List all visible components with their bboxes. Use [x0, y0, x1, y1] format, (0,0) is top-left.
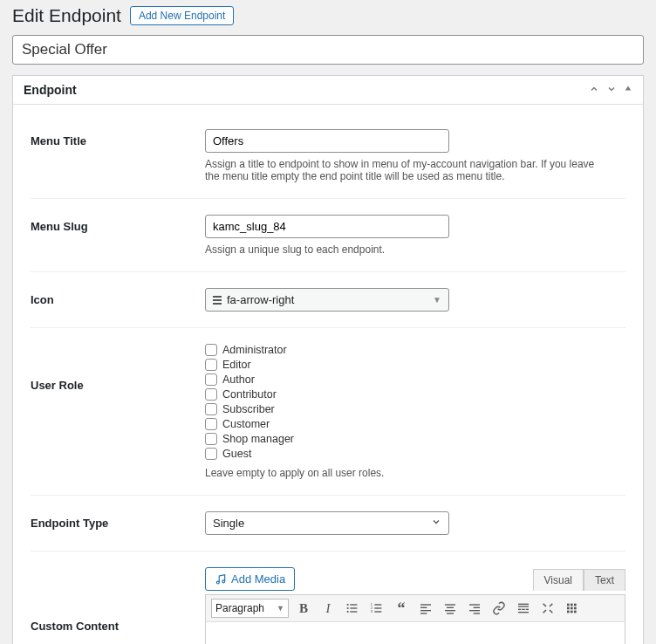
bullet-list-icon[interactable]: [343, 599, 362, 618]
checkbox-icon[interactable]: [205, 403, 217, 415]
editor-toolbar: Paragraph ▼ B I 123 “: [205, 594, 625, 622]
role-guest[interactable]: Guest: [205, 448, 625, 460]
chevron-up-icon[interactable]: [589, 84, 599, 96]
svg-line-36: [550, 610, 552, 613]
svg-rect-24: [474, 607, 480, 608]
add-media-button[interactable]: Add Media: [205, 567, 295, 591]
svg-rect-26: [474, 613, 480, 613]
user-role-help: Leave empty to apply on all user roles.: [205, 467, 606, 479]
endpoint-panel: Endpoint Menu Title Assign a title: [12, 75, 644, 644]
editor-body[interactable]: Congratulations! You are eligible for th…: [205, 622, 625, 644]
link-icon[interactable]: [489, 599, 509, 618]
svg-rect-9: [374, 604, 381, 605]
svg-rect-37: [567, 604, 570, 606]
icon-select[interactable]: fa-arrow-right ▼: [205, 288, 449, 312]
bars-icon: [213, 296, 222, 305]
menu-slug-input[interactable]: [205, 215, 449, 238]
panel-title: Endpoint: [24, 83, 77, 97]
svg-line-34: [550, 604, 552, 606]
post-title-input[interactable]: [12, 35, 644, 65]
checkbox-icon[interactable]: [205, 433, 217, 445]
svg-rect-39: [574, 604, 577, 606]
toolbar-toggle-icon[interactable]: [563, 599, 582, 618]
align-right-icon[interactable]: [465, 599, 484, 618]
svg-rect-43: [567, 611, 570, 613]
user-role-list: Administrator Editor Author Contributor …: [205, 344, 625, 460]
field-user-role: User Role Administrator Editor Author Co…: [31, 327, 625, 495]
page-title: Edit Endpoint: [12, 5, 121, 26]
panel-controls: [589, 84, 632, 96]
menu-title-help: Assign a title to endpoint to show in me…: [205, 158, 606, 182]
svg-line-35: [543, 610, 546, 613]
menu-slug-help: Assign a unique slug to each endpoint.: [205, 243, 606, 256]
svg-text:3: 3: [371, 609, 373, 613]
svg-rect-42: [574, 607, 577, 610]
field-custom-content: Custom Content Add Media Visual Text: [31, 551, 625, 644]
svg-rect-18: [420, 613, 427, 613]
endpoint-type-value: Single: [213, 517, 244, 530]
tab-text[interactable]: Text: [584, 569, 625, 591]
svg-rect-6: [350, 607, 357, 608]
role-administrator[interactable]: Administrator: [205, 344, 625, 356]
endpoint-type-select[interactable]: Single: [205, 511, 449, 535]
add-new-endpoint-button[interactable]: Add New Endpoint: [130, 6, 234, 25]
role-editor[interactable]: Editor: [205, 359, 625, 371]
svg-rect-10: [374, 607, 381, 608]
svg-rect-16: [420, 607, 427, 608]
svg-rect-28: [518, 606, 529, 606]
quote-icon[interactable]: “: [392, 599, 411, 618]
role-author[interactable]: Author: [205, 373, 625, 386]
svg-point-7: [347, 611, 349, 613]
role-contributor[interactable]: Contributor: [205, 388, 625, 401]
fullscreen-icon[interactable]: [538, 599, 557, 618]
checkbox-icon[interactable]: [205, 448, 217, 460]
panel-body: Menu Title Assign a title to endpoint to…: [13, 105, 643, 644]
italic-icon[interactable]: I: [318, 599, 338, 618]
menu-title-input[interactable]: [205, 129, 449, 153]
align-left-icon[interactable]: [416, 599, 435, 618]
svg-rect-27: [518, 604, 529, 605]
svg-rect-11: [374, 611, 381, 612]
role-shop-manager[interactable]: Shop manager: [205, 433, 625, 445]
read-more-icon[interactable]: [514, 599, 533, 618]
checkbox-icon[interactable]: [205, 373, 217, 386]
panel-header: Endpoint: [13, 76, 643, 105]
menu-slug-label: Menu Slug: [31, 215, 205, 233]
svg-line-33: [543, 604, 546, 606]
svg-rect-29: [518, 609, 521, 610]
icon-value: fa-arrow-right: [227, 293, 294, 306]
role-customer[interactable]: Customer: [205, 418, 625, 430]
svg-rect-15: [420, 604, 431, 605]
custom-content-label: Custom Content: [31, 567, 205, 633]
svg-rect-23: [469, 604, 480, 605]
bold-icon[interactable]: B: [294, 599, 313, 618]
svg-rect-25: [469, 610, 480, 611]
panel-toggle-icon[interactable]: [624, 84, 632, 96]
checkbox-icon[interactable]: [205, 418, 217, 430]
editor-tabs: Visual Text: [533, 568, 625, 590]
chevron-down-icon[interactable]: [606, 84, 617, 96]
role-subscriber[interactable]: Subscriber: [205, 403, 625, 415]
svg-rect-32: [518, 612, 529, 613]
checkbox-icon[interactable]: [205, 388, 217, 401]
svg-rect-22: [447, 613, 454, 613]
svg-rect-41: [571, 607, 573, 610]
svg-rect-40: [567, 607, 570, 610]
svg-rect-21: [445, 610, 455, 611]
svg-rect-31: [526, 609, 529, 610]
field-menu-title: Menu Title Assign a title to endpoint to…: [31, 120, 625, 198]
tab-visual[interactable]: Visual: [533, 569, 584, 591]
svg-point-5: [347, 607, 349, 609]
svg-rect-19: [445, 604, 455, 605]
svg-rect-8: [350, 611, 357, 612]
align-center-icon[interactable]: [441, 599, 460, 618]
checkbox-icon[interactable]: [205, 359, 217, 371]
post-title-wrap: [0, 35, 656, 75]
svg-rect-20: [447, 607, 454, 608]
menu-title-label: Menu Title: [31, 129, 205, 147]
svg-point-3: [347, 604, 349, 606]
format-select[interactable]: Paragraph ▼: [211, 599, 289, 618]
number-list-icon[interactable]: 123: [367, 599, 386, 618]
field-icon: Icon fa-arrow-right ▼: [31, 271, 625, 327]
checkbox-icon[interactable]: [205, 344, 217, 356]
